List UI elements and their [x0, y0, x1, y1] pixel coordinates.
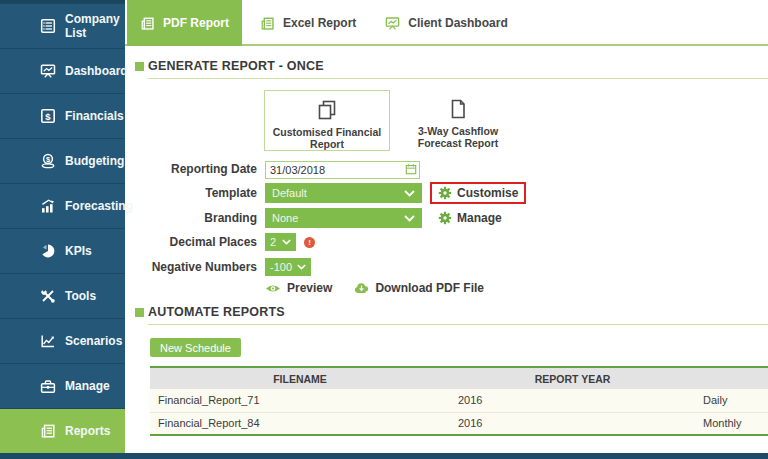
filename-column-header: FILENAME [150, 367, 450, 389]
manage-icon [40, 378, 56, 394]
sidebar-item-label: KPIs [65, 244, 92, 258]
kpis-icon [40, 243, 56, 259]
tab-label: Client Dashboard [408, 16, 507, 30]
table-row[interactable]: Financial_Report_84 2016 Monthly [150, 412, 768, 435]
sidebar-item-reports[interactable]: Reports [0, 408, 125, 453]
manage-branding-button[interactable]: Manage [430, 207, 510, 229]
sidebar-item-label: Budgeting [65, 154, 124, 168]
template-select-value: Default [272, 187, 307, 199]
filename-cell: Financial_Report_71 [150, 389, 450, 412]
tab-pdf-report[interactable]: PDF Report [127, 0, 242, 46]
new-schedule-button[interactable]: New Schedule [150, 338, 241, 357]
blank-page-icon [446, 97, 470, 121]
report-year-column-header: REPORT YEAR [450, 367, 695, 389]
sidebar-item-dashboard[interactable]: Dashboard [0, 48, 125, 93]
budgeting-icon: $ [40, 153, 56, 169]
scenarios-icon [40, 333, 56, 349]
table-row[interactable]: Financial_Report_71 2016 Daily [150, 389, 768, 412]
eye-icon [265, 283, 281, 294]
customise-template-button[interactable]: Customise [430, 182, 526, 204]
company-list-icon [40, 18, 56, 34]
card-label: 3-Way Cashflow Forecast Report [406, 125, 510, 149]
sidebar-item-scenarios[interactable]: Scenarios [0, 318, 125, 363]
sidebar-item-manage[interactable]: Manage [0, 363, 125, 408]
sidebar-item-budgeting[interactable]: $ Budgeting [0, 138, 125, 183]
report-year-cell: 2016 [450, 412, 695, 435]
reporting-date-input[interactable] [265, 161, 420, 179]
alert-info-icon[interactable]: ! [304, 237, 315, 248]
pdf-report-page: Company List Dashboard $ Financials $ Bu… [0, 0, 768, 459]
card-customised-financial-report[interactable]: Customised Financial Report [264, 90, 390, 151]
sidebar-item-label: Scenarios [65, 334, 122, 348]
download-pdf-button[interactable]: Download PDF File [375, 281, 484, 295]
report-tabbar: PDF Report Excel Report Client Dashboard [125, 0, 768, 46]
bottom-bar [0, 453, 768, 459]
sidebar-item-label: Dashboard [65, 64, 128, 78]
negative-numbers-label: Negative Numbers [125, 260, 257, 274]
section-divider [148, 324, 768, 325]
decimal-places-value: 2 [270, 236, 276, 248]
dashboard-icon [40, 63, 56, 79]
manage-label: Manage [457, 211, 502, 225]
frequency-column-header [695, 367, 768, 389]
negative-numbers-value: -100 [270, 261, 292, 273]
sidebar: Company List Dashboard $ Financials $ Bu… [0, 0, 125, 453]
sidebar-item-financials[interactable]: $ Financials [0, 93, 125, 138]
branding-label: Branding [125, 211, 257, 225]
table-header-row: FILENAME REPORT YEAR [150, 367, 768, 389]
branding-select[interactable]: None [265, 208, 422, 228]
sidebar-item-label: Tools [65, 289, 96, 303]
preview-button[interactable]: Preview [287, 281, 332, 295]
copy-pages-icon [315, 98, 339, 122]
automate-section-title: AUTOMATE REPORTS [148, 304, 285, 320]
tab-label: Excel Report [283, 16, 356, 30]
sidebar-item-label: Reports [65, 424, 110, 438]
scheduled-reports-table: FILENAME REPORT YEAR Financial_Report_71… [150, 366, 768, 436]
reports-icon [40, 423, 56, 439]
sidebar-item-label: Forecasting [65, 199, 133, 213]
decimal-places-select[interactable]: 2 [265, 233, 296, 251]
template-label: Template [125, 186, 257, 200]
frequency-cell: Daily [695, 389, 768, 412]
filename-cell: Financial_Report_84 [150, 412, 450, 435]
sidebar-item-label: Manage [65, 379, 110, 393]
calendar-icon[interactable] [405, 163, 417, 175]
reporting-date-label: Reporting Date [125, 162, 257, 176]
chevron-down-icon [297, 264, 306, 270]
tab-label: PDF Report [163, 16, 229, 30]
cloud-download-icon [354, 282, 369, 294]
sidebar-item-kpis[interactable]: KPIs [0, 228, 125, 273]
decimal-places-label: Decimal Places [125, 235, 257, 249]
card-3way-cashflow-report[interactable]: 3-Way Cashflow Forecast Report [395, 90, 521, 151]
section-bullet-icon [135, 62, 144, 71]
generate-section-title: GENERATE REPORT - ONCE [148, 58, 324, 74]
sidebar-item-company-list[interactable]: Company List [0, 3, 125, 48]
chevron-down-icon [404, 215, 415, 222]
financials-icon: $ [40, 108, 56, 124]
tab-excel-report[interactable]: Excel Report [247, 0, 369, 46]
svg-text:$: $ [45, 111, 51, 122]
sidebar-item-forecasting[interactable]: Forecasting [0, 183, 125, 228]
customise-label: Customise [457, 186, 518, 200]
forecasting-icon [40, 198, 56, 214]
negative-numbers-select[interactable]: -100 [265, 258, 311, 276]
report-year-cell: 2016 [450, 389, 695, 412]
sidebar-item-label: Company List [65, 12, 125, 40]
reporting-date-field [265, 160, 420, 178]
tools-icon [40, 288, 56, 304]
sidebar-item-tools[interactable]: Tools [0, 273, 125, 318]
frequency-cell: Monthly [695, 412, 768, 435]
branding-select-value: None [272, 212, 298, 224]
chevron-down-icon [282, 239, 291, 245]
sidebar-item-label: Financials [65, 109, 124, 123]
gear-icon [438, 186, 452, 200]
pdf-report-icon [140, 16, 155, 31]
chevron-down-icon [404, 190, 415, 197]
section-divider [148, 78, 768, 79]
gear-icon [438, 211, 452, 225]
main-content: GENERATE REPORT - ONCE Customised Financ… [125, 46, 768, 453]
template-select[interactable]: Default [265, 183, 422, 203]
section-bullet-icon [135, 308, 144, 317]
tab-client-dashboard[interactable]: Client Dashboard [372, 0, 520, 46]
client-dashboard-icon [385, 16, 400, 31]
